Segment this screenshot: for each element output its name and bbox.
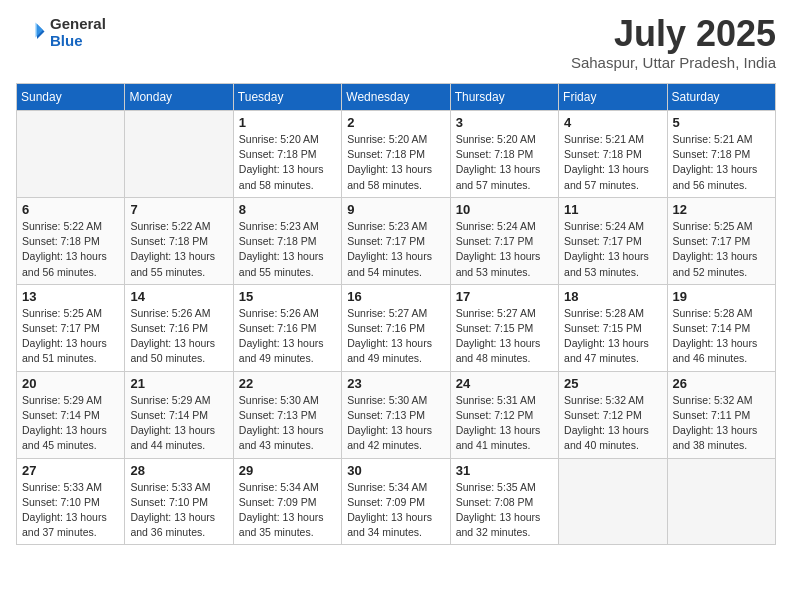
day-number: 22 — [239, 376, 336, 391]
day-number: 9 — [347, 202, 444, 217]
day-info: Sunrise: 5:24 AMSunset: 7:17 PMDaylight:… — [564, 219, 661, 280]
day-number: 20 — [22, 376, 119, 391]
calendar-cell: 20Sunrise: 5:29 AMSunset: 7:14 PMDayligh… — [17, 371, 125, 458]
calendar-cell: 5Sunrise: 5:21 AMSunset: 7:18 PMDaylight… — [667, 111, 775, 198]
calendar-cell: 17Sunrise: 5:27 AMSunset: 7:15 PMDayligh… — [450, 284, 558, 371]
calendar-cell: 27Sunrise: 5:33 AMSunset: 7:10 PMDayligh… — [17, 458, 125, 545]
calendar-cell: 11Sunrise: 5:24 AMSunset: 7:17 PMDayligh… — [559, 197, 667, 284]
column-header-thursday: Thursday — [450, 84, 558, 111]
calendar-cell: 23Sunrise: 5:30 AMSunset: 7:13 PMDayligh… — [342, 371, 450, 458]
day-number: 17 — [456, 289, 553, 304]
logo-text: General Blue — [50, 16, 106, 49]
day-number: 8 — [239, 202, 336, 217]
calendar-cell: 31Sunrise: 5:35 AMSunset: 7:08 PMDayligh… — [450, 458, 558, 545]
day-info: Sunrise: 5:28 AMSunset: 7:15 PMDaylight:… — [564, 306, 661, 367]
week-row-1: 1Sunrise: 5:20 AMSunset: 7:18 PMDaylight… — [17, 111, 776, 198]
day-info: Sunrise: 5:28 AMSunset: 7:14 PMDaylight:… — [673, 306, 770, 367]
location: Sahaspur, Uttar Pradesh, India — [571, 54, 776, 71]
calendar-header-row: SundayMondayTuesdayWednesdayThursdayFrid… — [17, 84, 776, 111]
day-number: 10 — [456, 202, 553, 217]
day-info: Sunrise: 5:33 AMSunset: 7:10 PMDaylight:… — [130, 480, 227, 541]
day-number: 30 — [347, 463, 444, 478]
column-header-friday: Friday — [559, 84, 667, 111]
day-info: Sunrise: 5:22 AMSunset: 7:18 PMDaylight:… — [130, 219, 227, 280]
column-header-tuesday: Tuesday — [233, 84, 341, 111]
day-number: 26 — [673, 376, 770, 391]
calendar-cell: 18Sunrise: 5:28 AMSunset: 7:15 PMDayligh… — [559, 284, 667, 371]
day-number: 29 — [239, 463, 336, 478]
day-info: Sunrise: 5:22 AMSunset: 7:18 PMDaylight:… — [22, 219, 119, 280]
calendar-cell: 13Sunrise: 5:25 AMSunset: 7:17 PMDayligh… — [17, 284, 125, 371]
day-number: 16 — [347, 289, 444, 304]
calendar-cell: 6Sunrise: 5:22 AMSunset: 7:18 PMDaylight… — [17, 197, 125, 284]
day-info: Sunrise: 5:32 AMSunset: 7:11 PMDaylight:… — [673, 393, 770, 454]
day-info: Sunrise: 5:27 AMSunset: 7:16 PMDaylight:… — [347, 306, 444, 367]
calendar-cell: 3Sunrise: 5:20 AMSunset: 7:18 PMDaylight… — [450, 111, 558, 198]
day-info: Sunrise: 5:24 AMSunset: 7:17 PMDaylight:… — [456, 219, 553, 280]
day-number: 31 — [456, 463, 553, 478]
day-info: Sunrise: 5:27 AMSunset: 7:15 PMDaylight:… — [456, 306, 553, 367]
day-number: 1 — [239, 115, 336, 130]
column-header-sunday: Sunday — [17, 84, 125, 111]
day-info: Sunrise: 5:26 AMSunset: 7:16 PMDaylight:… — [239, 306, 336, 367]
day-info: Sunrise: 5:23 AMSunset: 7:18 PMDaylight:… — [239, 219, 336, 280]
calendar-cell: 21Sunrise: 5:29 AMSunset: 7:14 PMDayligh… — [125, 371, 233, 458]
calendar-cell: 22Sunrise: 5:30 AMSunset: 7:13 PMDayligh… — [233, 371, 341, 458]
week-row-3: 13Sunrise: 5:25 AMSunset: 7:17 PMDayligh… — [17, 284, 776, 371]
week-row-4: 20Sunrise: 5:29 AMSunset: 7:14 PMDayligh… — [17, 371, 776, 458]
calendar-table: SundayMondayTuesdayWednesdayThursdayFrid… — [16, 83, 776, 545]
day-number: 2 — [347, 115, 444, 130]
day-number: 14 — [130, 289, 227, 304]
title-block: July 2025 Sahaspur, Uttar Pradesh, India — [571, 16, 776, 71]
day-number: 15 — [239, 289, 336, 304]
day-info: Sunrise: 5:21 AMSunset: 7:18 PMDaylight:… — [673, 132, 770, 193]
calendar-cell: 29Sunrise: 5:34 AMSunset: 7:09 PMDayligh… — [233, 458, 341, 545]
calendar-cell: 28Sunrise: 5:33 AMSunset: 7:10 PMDayligh… — [125, 458, 233, 545]
day-number: 19 — [673, 289, 770, 304]
calendar-cell: 24Sunrise: 5:31 AMSunset: 7:12 PMDayligh… — [450, 371, 558, 458]
calendar-cell: 2Sunrise: 5:20 AMSunset: 7:18 PMDaylight… — [342, 111, 450, 198]
day-info: Sunrise: 5:30 AMSunset: 7:13 PMDaylight:… — [347, 393, 444, 454]
day-number: 18 — [564, 289, 661, 304]
day-number: 4 — [564, 115, 661, 130]
logo: General Blue — [16, 16, 106, 49]
day-number: 25 — [564, 376, 661, 391]
week-row-5: 27Sunrise: 5:33 AMSunset: 7:10 PMDayligh… — [17, 458, 776, 545]
day-info: Sunrise: 5:20 AMSunset: 7:18 PMDaylight:… — [456, 132, 553, 193]
calendar-cell: 1Sunrise: 5:20 AMSunset: 7:18 PMDaylight… — [233, 111, 341, 198]
day-info: Sunrise: 5:26 AMSunset: 7:16 PMDaylight:… — [130, 306, 227, 367]
month-title: July 2025 — [571, 16, 776, 52]
day-info: Sunrise: 5:21 AMSunset: 7:18 PMDaylight:… — [564, 132, 661, 193]
day-info: Sunrise: 5:31 AMSunset: 7:12 PMDaylight:… — [456, 393, 553, 454]
day-info: Sunrise: 5:25 AMSunset: 7:17 PMDaylight:… — [22, 306, 119, 367]
day-info: Sunrise: 5:25 AMSunset: 7:17 PMDaylight:… — [673, 219, 770, 280]
day-number: 6 — [22, 202, 119, 217]
calendar-cell — [125, 111, 233, 198]
week-row-2: 6Sunrise: 5:22 AMSunset: 7:18 PMDaylight… — [17, 197, 776, 284]
calendar-cell: 9Sunrise: 5:23 AMSunset: 7:17 PMDaylight… — [342, 197, 450, 284]
calendar-cell: 12Sunrise: 5:25 AMSunset: 7:17 PMDayligh… — [667, 197, 775, 284]
column-header-saturday: Saturday — [667, 84, 775, 111]
day-number: 27 — [22, 463, 119, 478]
day-number: 11 — [564, 202, 661, 217]
calendar-cell: 19Sunrise: 5:28 AMSunset: 7:14 PMDayligh… — [667, 284, 775, 371]
day-number: 5 — [673, 115, 770, 130]
day-number: 13 — [22, 289, 119, 304]
day-info: Sunrise: 5:20 AMSunset: 7:18 PMDaylight:… — [347, 132, 444, 193]
day-number: 7 — [130, 202, 227, 217]
day-number: 23 — [347, 376, 444, 391]
calendar-cell: 14Sunrise: 5:26 AMSunset: 7:16 PMDayligh… — [125, 284, 233, 371]
day-info: Sunrise: 5:29 AMSunset: 7:14 PMDaylight:… — [22, 393, 119, 454]
day-info: Sunrise: 5:29 AMSunset: 7:14 PMDaylight:… — [130, 393, 227, 454]
day-number: 12 — [673, 202, 770, 217]
day-number: 21 — [130, 376, 227, 391]
day-info: Sunrise: 5:30 AMSunset: 7:13 PMDaylight:… — [239, 393, 336, 454]
day-info: Sunrise: 5:34 AMSunset: 7:09 PMDaylight:… — [239, 480, 336, 541]
calendar-cell — [17, 111, 125, 198]
calendar-cell: 15Sunrise: 5:26 AMSunset: 7:16 PMDayligh… — [233, 284, 341, 371]
calendar-cell: 7Sunrise: 5:22 AMSunset: 7:18 PMDaylight… — [125, 197, 233, 284]
calendar-cell: 10Sunrise: 5:24 AMSunset: 7:17 PMDayligh… — [450, 197, 558, 284]
day-info: Sunrise: 5:33 AMSunset: 7:10 PMDaylight:… — [22, 480, 119, 541]
day-info: Sunrise: 5:23 AMSunset: 7:17 PMDaylight:… — [347, 219, 444, 280]
calendar-cell: 16Sunrise: 5:27 AMSunset: 7:16 PMDayligh… — [342, 284, 450, 371]
